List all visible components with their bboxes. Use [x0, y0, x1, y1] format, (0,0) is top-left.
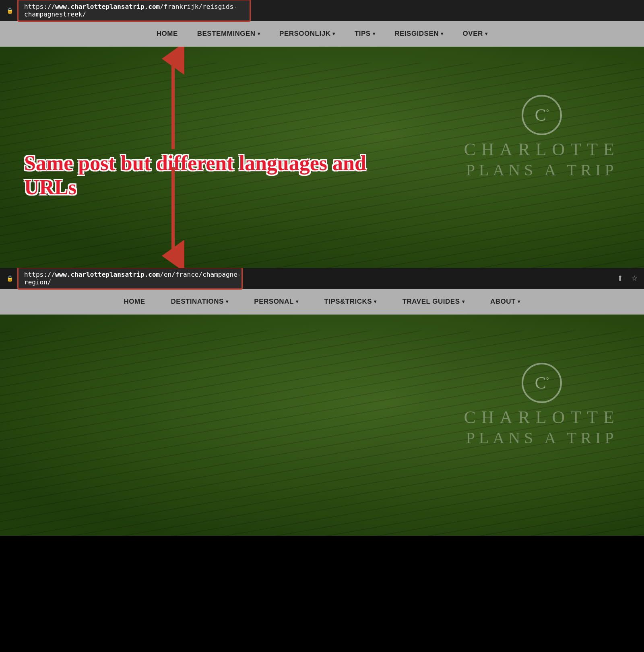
lock-icon-english: 🔒	[6, 275, 13, 282]
logo-subname-dutch: PLANS A TRIP	[464, 160, 620, 180]
annotation-text: Same post but different languages and UR…	[24, 151, 419, 200]
english-nav-tipstricks[interactable]: TIPS&TRICKS ▾	[324, 298, 376, 306]
dutch-nav-persoonlijk[interactable]: PERSOONLIJK ▾	[279, 30, 335, 38]
dutch-hero: Same post but different languages and UR…	[0, 47, 644, 268]
english-nav-destinations[interactable]: DESTINATIONS ▾	[171, 298, 229, 306]
logo-circle-dutch: C°	[522, 95, 562, 135]
url-prefix-english: https://	[24, 271, 55, 278]
browser-icons-english: ⬆ ☆	[617, 274, 638, 283]
english-nav-home[interactable]: HOME	[124, 298, 145, 306]
chevron-icon-reisgidsen: ▾	[441, 31, 444, 37]
share-icon[interactable]: ⬆	[617, 274, 623, 283]
english-nav-about[interactable]: ABOUT ▾	[490, 298, 520, 306]
english-nav-travelguides[interactable]: TRAVEL GUIDES ▾	[402, 298, 464, 306]
chevron-icon-persoonlijk: ▾	[332, 31, 335, 37]
english-url-bar[interactable]: https://www.charlotteplansatrip.com/en/f…	[17, 267, 243, 290]
dutch-nav-over[interactable]: OVER ▾	[463, 30, 488, 38]
dutch-nav-bestemmingen[interactable]: BESTEMMINGEN ▾	[197, 30, 260, 38]
logo-name-dutch: CHARLOTTE	[464, 139, 620, 160]
logo-name-english: CHARLOTTE	[464, 407, 620, 428]
chevron-icon-destinations: ▾	[226, 299, 229, 304]
url-prefix-dutch: https://	[24, 3, 55, 10]
dutch-url-bar[interactable]: https://www.charlotteplansatrip.com/fran…	[17, 0, 251, 22]
logo-c-english: C°	[535, 373, 549, 393]
chevron-icon-bestemmingen: ▾	[258, 31, 260, 37]
chevron-icon-travelguides: ▾	[462, 299, 465, 304]
dutch-nav: HOME BESTEMMINGEN ▾ PERSOONLIJK ▾ TIPS ▾…	[0, 21, 644, 47]
chevron-icon-over: ▾	[485, 31, 488, 37]
url-domain-english: www.charlotteplansatrip.com	[55, 271, 160, 278]
english-nav: HOME DESTINATIONS ▾ PERSONAL ▾ TIPS&TRIC…	[0, 289, 644, 315]
url-domain-dutch: www.charlotteplansatrip.com	[55, 3, 160, 10]
dutch-nav-tips[interactable]: TIPS ▾	[355, 30, 375, 38]
chevron-icon-personal: ▾	[296, 299, 299, 304]
star-icon[interactable]: ☆	[631, 274, 638, 283]
english-hero: C° CHARLOTTE PLANS A TRIP	[0, 315, 644, 536]
english-nav-personal[interactable]: PERSONAL ▾	[254, 298, 298, 306]
cpt-logo-english: C° CHARLOTTE PLANS A TRIP	[464, 363, 620, 448]
logo-c-dutch: C°	[535, 105, 549, 125]
dutch-nav-reisgidsen[interactable]: REISGIDSEN ▾	[394, 30, 443, 38]
chevron-icon-about: ▾	[518, 299, 520, 304]
chevron-icon-tips: ▾	[373, 31, 376, 37]
dutch-browser-bar: 🔒 https://www.charlotteplansatrip.com/fr…	[0, 0, 644, 21]
dutch-nav-home[interactable]: HOME	[157, 30, 178, 38]
logo-subname-english: PLANS A TRIP	[464, 428, 620, 448]
lock-icon-dutch: 🔒	[6, 7, 13, 14]
logo-circle-english: C°	[522, 363, 562, 403]
cpt-logo-dutch: C° CHARLOTTE PLANS A TRIP	[464, 95, 620, 180]
english-browser-bar: 🔒 https://www.charlotteplansatrip.com/en…	[0, 268, 644, 289]
chevron-icon-tipstricks: ▾	[374, 299, 377, 304]
